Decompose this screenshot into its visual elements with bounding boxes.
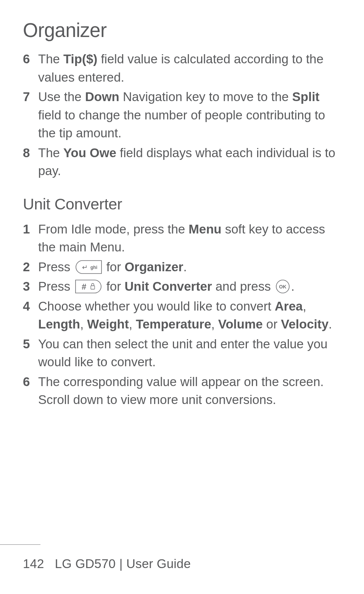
four-ghi-key-icon: ↵ghi (75, 259, 102, 275)
bold-text: You Owe (63, 146, 116, 160)
bold-text: Tip($) (63, 52, 97, 66)
text-run: Navigation key to move to the (119, 90, 292, 104)
step-number: 4 (23, 297, 38, 333)
guide-label: User Guide (126, 557, 191, 571)
instruction-list-top: 6The Tip($) field value is calculated ac… (23, 50, 341, 180)
step-body: Press # for Unit Converter and press OK. (38, 277, 341, 296)
bold-text: Velocity (281, 317, 329, 331)
text-run: The (38, 146, 63, 160)
text-run: , (303, 299, 306, 313)
text-run: , (129, 317, 136, 331)
step-number: 7 (23, 88, 38, 142)
instruction-item: 6The Tip($) field value is calculated ac… (23, 50, 341, 86)
page-footer: 142LG GD570|User Guide (0, 557, 364, 571)
step-number: 6 (23, 373, 38, 409)
text-run: The (38, 52, 63, 66)
text-run: The corresponding value will appear on t… (38, 375, 324, 407)
text-run: Press (38, 260, 74, 274)
ok-key-icon: OK (275, 279, 290, 294)
bold-text: Weight (87, 317, 129, 331)
instruction-item: 4Choose whether you would like to conver… (23, 297, 341, 333)
svg-rect-3 (91, 286, 95, 289)
text-run: for (103, 279, 125, 293)
text-run: field to change the number of people con… (38, 108, 325, 140)
instruction-item: 2Press ↵ghi for Organizer. (23, 258, 341, 276)
svg-text:#: # (81, 282, 86, 291)
instruction-item: 8The You Owe field displays what each in… (23, 144, 341, 180)
text-run: From Idle mode, press the (38, 222, 188, 236)
instruction-list-bottom: 1From Idle mode, press the Menu soft key… (23, 220, 341, 409)
text-run: . (183, 260, 187, 274)
instruction-item: 6The corresponding value will appear on … (23, 373, 341, 409)
step-number: 5 (23, 335, 38, 371)
text-run: , (211, 317, 218, 331)
text-run: , (80, 317, 87, 331)
svg-text:↵: ↵ (82, 264, 87, 271)
instruction-item: 5You can then select the unit and enter … (23, 335, 341, 371)
bold-text: Unit Converter (124, 279, 212, 293)
step-body: From Idle mode, press the Menu soft key … (38, 220, 341, 256)
instruction-item: 1From Idle mode, press the Menu soft key… (23, 220, 341, 256)
step-body: Choose whether you would like to convert… (38, 297, 341, 333)
step-body: The You Owe field displays what each ind… (38, 144, 341, 180)
text-run: for (103, 260, 125, 274)
step-body: Press ↵ghi for Organizer. (38, 258, 341, 276)
bold-text: Organizer (124, 260, 183, 274)
step-body: You can then select the unit and enter t… (38, 335, 341, 371)
bold-text: Menu (188, 222, 221, 236)
text-run: . (329, 317, 332, 331)
footer-rule (0, 544, 40, 545)
svg-text:ghi: ghi (90, 265, 97, 270)
product-name: LG GD570 (55, 557, 116, 571)
text-run: Use the (38, 90, 85, 104)
instruction-item: 3Press # for Unit Converter and press OK… (23, 277, 341, 296)
text-run: Choose whether you would like to convert (38, 299, 275, 313)
svg-text:OK: OK (279, 284, 287, 290)
step-number: 1 (23, 220, 38, 256)
bold-text: Length (38, 317, 80, 331)
step-body: The Tip($) field value is calculated acc… (38, 50, 341, 86)
page-number: 142 (23, 557, 44, 571)
bold-text: Volume (218, 317, 263, 331)
step-number: 8 (23, 144, 38, 180)
step-body: The corresponding value will appear on t… (38, 373, 341, 409)
text-run: You can then select the unit and enter t… (38, 337, 327, 369)
text-run: and press (212, 279, 274, 293)
bold-text: Down (85, 90, 119, 104)
step-number: 2 (23, 258, 38, 276)
hash-key-icon: # (75, 279, 102, 294)
step-number: 3 (23, 277, 38, 296)
text-run: or (263, 317, 281, 331)
text-run: Press (38, 279, 74, 293)
section-heading: Unit Converter (23, 195, 341, 213)
bold-text: Split (292, 90, 320, 104)
bold-text: Temperature (136, 317, 211, 331)
step-number: 6 (23, 50, 38, 86)
page-title: Organizer (23, 19, 341, 42)
bold-text: Area (275, 299, 303, 313)
instruction-item: 7Use the Down Navigation key to move to … (23, 88, 341, 142)
text-run: . (291, 279, 295, 293)
step-body: Use the Down Navigation key to move to t… (38, 88, 341, 142)
